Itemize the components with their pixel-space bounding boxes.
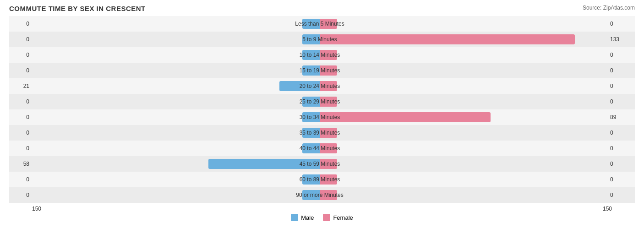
- chart-row: 5845 to 59 Minutes0: [9, 156, 635, 172]
- female-bar: [320, 19, 337, 29]
- female-label: Female: [333, 214, 353, 221]
- male-bar: [302, 143, 320, 153]
- source-label: Source: ZipAtlas.com: [583, 5, 635, 11]
- bar-area: 30 to 34 Minutes: [32, 109, 607, 125]
- bar-area: 40 to 44 Minutes: [32, 141, 607, 156]
- bar-area: Less than 5 Minutes: [32, 16, 607, 32]
- chart-row: 010 to 14 Minutes0: [9, 47, 635, 63]
- right-value: 0: [607, 67, 635, 74]
- male-label: Male: [301, 214, 314, 221]
- chart-row: 030 to 34 Minutes89: [9, 109, 635, 125]
- male-bar: [279, 81, 320, 91]
- female-bar: [320, 34, 575, 44]
- chart-row: 015 to 19 Minutes0: [9, 63, 635, 78]
- right-value: 0: [607, 145, 635, 152]
- bar-area: 60 to 89 Minutes: [32, 172, 607, 187]
- left-value: 0: [9, 36, 32, 43]
- female-bar: [320, 112, 491, 122]
- right-value: 0: [607, 52, 635, 58]
- chart-title: COMMUTE TIME BY SEX IN CRESCENT: [9, 5, 635, 12]
- left-value: 58: [9, 161, 32, 167]
- male-bar: [302, 19, 320, 29]
- bar-area: 25 to 29 Minutes: [32, 94, 607, 109]
- female-bar: [320, 190, 337, 200]
- male-bar: [302, 65, 320, 76]
- female-bar: [320, 65, 337, 76]
- right-value: 0: [607, 161, 635, 167]
- bar-area: 35 to 39 Minutes: [32, 125, 607, 141]
- male-bar: [302, 128, 320, 138]
- bar-area: 15 to 19 Minutes: [32, 63, 607, 78]
- legend-female: Female: [323, 214, 353, 221]
- right-value: 0: [607, 130, 635, 136]
- bar-area: 10 to 14 Minutes: [32, 47, 607, 63]
- left-value: 0: [9, 21, 32, 27]
- right-value: 0: [607, 98, 635, 105]
- chart-row: 05 to 9 Minutes133: [9, 32, 635, 47]
- left-value: 21: [9, 83, 32, 89]
- right-value: 133: [607, 36, 635, 43]
- chart-row: 060 to 89 Minutes0: [9, 172, 635, 187]
- chart-row: 2120 to 24 Minutes0: [9, 78, 635, 94]
- left-value: 0: [9, 130, 32, 136]
- male-bar: [302, 50, 320, 60]
- bar-area: 90 or more Minutes: [32, 187, 607, 203]
- right-value: 0: [607, 21, 635, 27]
- right-value: 0: [607, 83, 635, 89]
- axis-right: 150: [603, 206, 612, 212]
- left-value: 0: [9, 176, 32, 183]
- axis-labels: 150 150: [9, 206, 635, 212]
- male-bar: [302, 97, 320, 107]
- male-bar: [302, 190, 320, 200]
- left-value: 0: [9, 114, 32, 120]
- axis-left: 150: [32, 206, 41, 212]
- bar-area: 45 to 59 Minutes: [32, 156, 607, 172]
- chart-row: 035 to 39 Minutes0: [9, 125, 635, 141]
- female-bar: [320, 50, 337, 60]
- female-swatch: [323, 214, 330, 221]
- legend: Male Female: [9, 214, 635, 221]
- chart-row: 025 to 29 Minutes0: [9, 94, 635, 109]
- bar-area: 20 to 24 Minutes: [32, 78, 607, 94]
- chart-container: COMMUTE TIME BY SEX IN CRESCENT Source: …: [0, 0, 644, 239]
- left-value: 0: [9, 145, 32, 152]
- right-value: 0: [607, 192, 635, 198]
- chart-row: 040 to 44 Minutes0: [9, 141, 635, 156]
- male-bar: [302, 112, 320, 122]
- female-bar: [320, 81, 337, 91]
- male-swatch: [291, 214, 298, 221]
- male-bar: [302, 34, 320, 44]
- right-value: 0: [607, 176, 635, 183]
- bar-area: 5 to 9 Minutes: [32, 32, 607, 47]
- left-value: 0: [9, 98, 32, 105]
- chart-row: 0Less than 5 Minutes0: [9, 16, 635, 32]
- left-value: 0: [9, 52, 32, 58]
- chart-row: 090 or more Minutes0: [9, 187, 635, 203]
- male-bar: [302, 174, 320, 185]
- female-bar: [320, 97, 337, 107]
- female-bar: [320, 174, 337, 185]
- right-value: 89: [607, 114, 635, 120]
- left-value: 0: [9, 192, 32, 198]
- chart-area: 0Less than 5 Minutes005 to 9 Minutes1330…: [9, 16, 635, 205]
- female-bar: [320, 159, 337, 169]
- legend-male: Male: [291, 214, 314, 221]
- female-bar: [320, 128, 337, 138]
- left-value: 0: [9, 67, 32, 74]
- male-bar: [208, 159, 320, 169]
- female-bar: [320, 143, 337, 153]
